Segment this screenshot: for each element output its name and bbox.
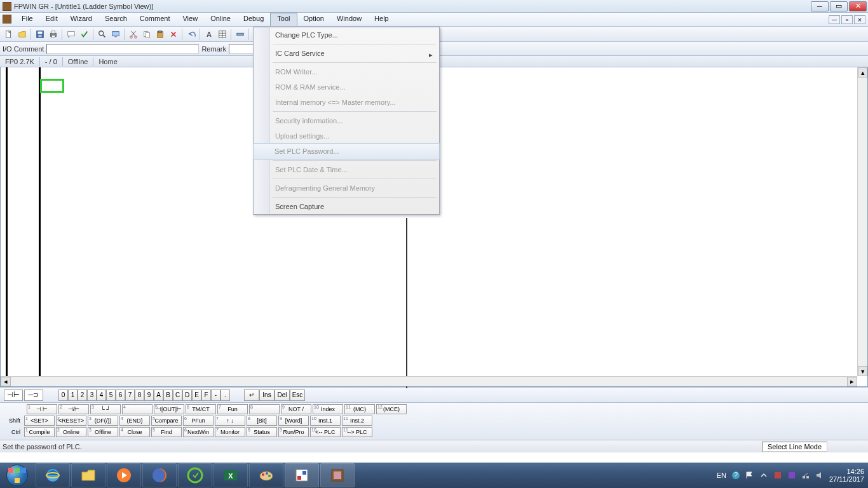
find-button[interactable] [96,28,109,41]
cut-button[interactable] [127,28,140,41]
fn-top-3[interactable]: └ ┘3 [90,404,121,414]
fn-top-12[interactable]: (MCE)12 [376,404,407,414]
taskbar-firefox[interactable] [142,463,177,487]
menu-edit[interactable]: Edit [39,13,64,26]
menu-search[interactable]: Search [98,13,133,26]
menu-online[interactable]: Online [204,13,237,26]
scroll-down-button[interactable]: ▾ [858,366,867,376]
taskbar-excel[interactable]: X [214,463,248,487]
taskbar-paint[interactable] [249,463,283,487]
mdi-restore-button[interactable]: ▫ [841,15,853,24]
menu-option[interactable]: Option [297,13,330,26]
key-ins[interactable]: Ins [259,390,275,401]
volume-icon[interactable] [815,471,824,480]
tray-lang[interactable]: EN [717,471,726,479]
text-button[interactable]: A [203,28,215,41]
tray-icon2[interactable] [787,471,796,480]
key-2[interactable]: 2 [78,390,87,401]
key-9[interactable]: 9 [144,390,154,401]
fn-top-6[interactable]: TM/CT6 [186,404,216,414]
print-button[interactable] [47,28,60,41]
fn-Ctrl-2[interactable]: Online2 [56,427,86,437]
scroll-left-button[interactable]: ◂ [1,377,11,386]
fn-Ctrl-11[interactable]: --> PLC11 [342,427,372,437]
menu-item-change-plc-type[interactable]: Change PLC Type... [254,27,439,43]
key-5[interactable]: 5 [106,390,116,401]
menu-window[interactable]: Window [330,13,368,26]
taskbar-app1[interactable] [178,463,212,487]
key-B[interactable]: B [163,390,173,401]
menu-wizard[interactable]: Wizard [64,13,98,26]
fn-top-11[interactable]: (MC)11 [344,404,375,414]
vertical-scrollbar[interactable]: ▴ ▾ [857,67,867,376]
flag-icon[interactable] [745,471,754,480]
key-7[interactable]: 7 [125,390,135,401]
start-button[interactable] [0,463,34,488]
fn-Shift-5[interactable]: Compare5 [151,416,182,426]
table-button[interactable] [216,28,229,41]
undo-button[interactable] [185,28,198,41]
key-del[interactable]: Del [275,390,290,401]
key-↵[interactable]: ↵ [244,390,259,401]
delete-button[interactable] [167,28,180,41]
scroll-up-button[interactable]: ▴ [858,67,867,78]
maximize-button[interactable]: ▭ [830,1,848,11]
key-.[interactable]: . [220,390,230,401]
menu-help[interactable]: Help [368,13,395,26]
taskbar-app2[interactable] [285,463,319,487]
fn-Shift-1[interactable]: <SET>1 [24,416,55,426]
menu-comment[interactable]: Comment [133,13,177,26]
menu-file[interactable]: File [15,13,39,26]
key--[interactable]: - [211,390,220,401]
fn-Shift-9[interactable]: [Word]9 [278,416,309,426]
tray-icon1[interactable] [773,471,782,480]
help-icon[interactable]: ? [731,471,740,480]
contact-no-symbol[interactable]: ⊣⊢ [4,390,23,401]
fn-Shift-4[interactable]: (END)4 [119,416,150,426]
check-button[interactable] [78,28,91,41]
fn-Shift-2[interactable]: <RESET>2 [56,416,86,426]
fn-Ctrl-1[interactable]: Compile1 [24,427,55,437]
key-F[interactable]: F [201,390,211,401]
fn-Ctrl-7[interactable]: Monitor7 [215,427,245,437]
key-E[interactable]: E [192,390,201,401]
monitor-button[interactable] [109,28,122,41]
horizontal-scrollbar[interactable]: ◂ ▸ [1,376,857,386]
paste-button[interactable] [154,28,166,41]
key-esc[interactable]: Esc [290,390,305,401]
fn-Ctrl-10[interactable]: <-- PLC10 [310,427,341,437]
fn-top-10[interactable]: Index10 [313,404,343,414]
fn-Ctrl-6[interactable]: NextWin6 [183,427,214,437]
scroll-right-button[interactable]: ▸ [847,377,857,386]
fn-top-7[interactable]: Fun7 [217,404,248,414]
mdi-minimize-button[interactable]: ─ [829,15,840,24]
key-A[interactable]: A [154,390,163,401]
fn-Ctrl-5[interactable]: Find5 [151,427,182,437]
menu-item-screen-capture[interactable]: Screen Capture [254,199,439,214]
key-1[interactable]: 1 [68,390,78,401]
key-4[interactable]: 4 [97,390,106,401]
io-comment-input[interactable] [46,44,199,54]
fn-top-1[interactable]: ⊣ ⊢1 [27,404,57,414]
fn-top-4[interactable]: 4 [122,404,153,414]
fn-Shift-11[interactable]: Inst.211 [342,416,372,426]
key-8[interactable]: 8 [135,390,144,401]
save-button[interactable] [34,28,46,41]
fn-Shift-7[interactable]: ↑ ↓7 [215,416,245,426]
key-C[interactable]: C [173,390,182,401]
coil-symbol[interactable]: ─⊃ [24,390,43,401]
fn-Ctrl-3[interactable]: Offline3 [88,427,118,437]
menu-view[interactable]: View [176,13,204,26]
mdi-close-button[interactable]: × [854,15,865,24]
key-3[interactable]: 3 [87,390,97,401]
comment-button[interactable] [65,28,78,41]
tool-button[interactable] [234,28,247,41]
key-6[interactable]: 6 [116,390,125,401]
fn-Shift-10[interactable]: Inst.110 [310,416,341,426]
fn-top-8[interactable]: 8 [249,404,280,414]
taskbar-fpwin[interactable] [320,463,355,487]
fn-Shift-3[interactable]: (DF(/))3 [88,416,118,426]
cursor[interactable] [40,79,64,93]
network-icon[interactable] [801,471,810,480]
taskbar-ie[interactable] [36,463,70,487]
